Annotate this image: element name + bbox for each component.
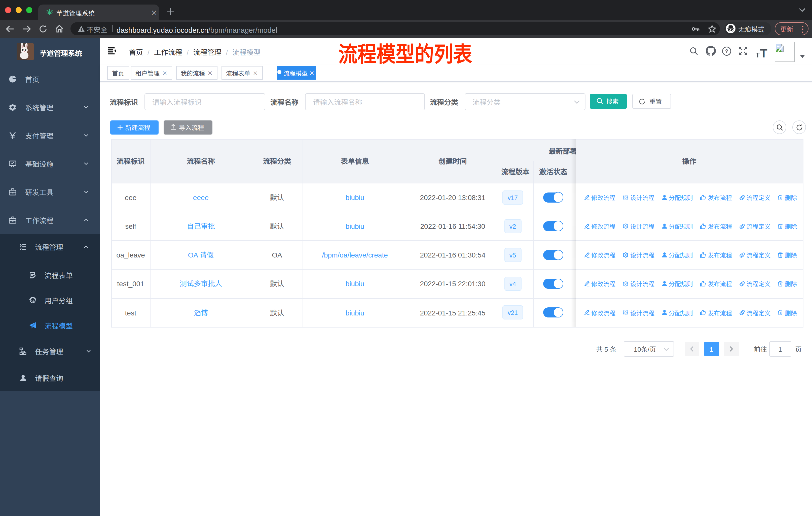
svg-text:?: ? xyxy=(725,48,728,54)
